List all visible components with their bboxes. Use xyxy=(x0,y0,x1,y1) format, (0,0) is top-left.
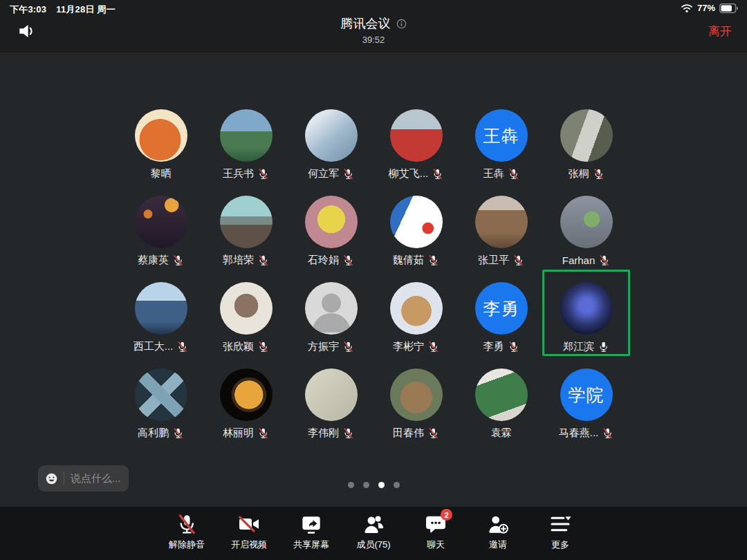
participant-tile[interactable]: 林丽明 xyxy=(203,366,288,453)
toolbar-label: 成员(75) xyxy=(356,539,390,551)
participant-tile[interactable]: 方振宇 xyxy=(288,280,374,366)
page-dot xyxy=(363,482,369,488)
participant-tile[interactable]: 高利鹏 xyxy=(118,366,203,453)
participant-name: 蔡康英 xyxy=(138,254,169,267)
avatar xyxy=(220,368,273,421)
avatar xyxy=(220,196,273,248)
meeting-title: 腾讯会议 xyxy=(341,15,391,32)
avatar xyxy=(390,109,443,162)
participant-tile[interactable]: 郭培荣 xyxy=(203,194,288,280)
participant-tile[interactable]: 张桐 xyxy=(544,107,629,194)
share-screen-icon xyxy=(300,512,322,536)
avatar xyxy=(135,282,187,335)
wifi-icon xyxy=(681,3,693,13)
participant-name: 西工大... xyxy=(133,340,174,353)
avatar-initials: 学院 xyxy=(569,386,605,404)
mic-muted-icon xyxy=(172,254,184,266)
participant-name: 李伟刚 xyxy=(308,427,339,440)
status-time: 下午3:03 xyxy=(10,3,46,16)
status-date: 11月28日 周一 xyxy=(56,3,116,16)
avatar xyxy=(220,109,273,162)
page-dot-active xyxy=(378,482,385,488)
participant-tile[interactable]: 蔡康英 xyxy=(118,194,203,280)
toolbar-label: 更多 xyxy=(551,539,569,551)
participant-tile[interactable]: 魏倩茹 xyxy=(374,194,459,280)
participant-name: 王犇 xyxy=(483,167,504,180)
info-icon[interactable] xyxy=(396,19,407,29)
avatar xyxy=(560,196,613,248)
toolbar-label: 开启视频 xyxy=(231,539,267,551)
participant-tile[interactable]: 西工大... xyxy=(118,280,203,366)
participant-tile[interactable]: Farhan xyxy=(544,194,629,280)
participant-grid: 黎晒王兵书 何立军 柳艾飞... 王犇王犇 张桐 蔡康英 郭培荣 石玲娟 魏倩茹… xyxy=(118,107,629,453)
mic-muted-icon xyxy=(432,168,443,180)
participant-tile[interactable]: 张卫平 xyxy=(459,194,544,280)
mic-muted-icon xyxy=(598,254,610,266)
participant-tile[interactable]: 学院马春燕... xyxy=(544,366,629,453)
page-dot xyxy=(348,482,354,488)
participant-tile[interactable]: 李伟刚 xyxy=(288,366,374,453)
toolbar-share-screen-button[interactable]: 共享屏幕 xyxy=(286,512,336,560)
participant-name: 郭培荣 xyxy=(223,254,254,267)
mic-muted-icon xyxy=(508,341,519,353)
participant-tile[interactable]: 李彬宁 xyxy=(374,280,459,366)
avatar xyxy=(560,282,613,335)
mic-muted-icon xyxy=(427,341,439,353)
avatar xyxy=(390,368,443,421)
avatar xyxy=(305,109,358,162)
battery-percent: 77% xyxy=(697,3,715,13)
toolbar-invite-button[interactable]: 邀请 xyxy=(473,512,523,560)
mic-muted-icon xyxy=(602,427,614,439)
participant-name: 郑江滨 xyxy=(563,340,594,353)
bottom-toolbar: 解除静音开启视频共享屏幕成员(75)2聊天邀请更多 xyxy=(0,507,747,560)
toolbar-label: 共享屏幕 xyxy=(293,539,329,551)
chat-icon: 2 xyxy=(425,512,447,536)
avatar: 李勇 xyxy=(475,282,528,335)
toolbar-members-button[interactable]: 成员(75) xyxy=(349,512,398,560)
mic-muted-icon xyxy=(593,168,605,180)
participant-name: Farhan xyxy=(562,254,596,266)
toolbar-start-video-button[interactable]: 开启视频 xyxy=(224,512,274,560)
participant-tile[interactable]: 袁霖 xyxy=(459,366,544,453)
participant-tile[interactable]: 何立军 xyxy=(288,107,374,194)
toolbar-label: 邀请 xyxy=(489,539,507,551)
participant-tile[interactable]: 王犇王犇 xyxy=(459,107,544,194)
avatar-initials: 王犇 xyxy=(483,127,519,144)
unread-badge: 2 xyxy=(441,509,452,521)
participant-name: 魏倩茹 xyxy=(393,254,424,267)
participant-tile[interactable]: 王兵书 xyxy=(203,107,288,194)
page-indicator xyxy=(0,482,747,488)
participant-tile[interactable]: 柳艾飞... xyxy=(374,107,459,194)
status-time-date: 下午3:03 11月28日 周一 xyxy=(10,3,116,16)
camera-off-icon xyxy=(238,512,260,536)
battery-icon xyxy=(719,3,739,13)
avatar xyxy=(220,282,273,335)
avatar: 王犇 xyxy=(475,109,528,162)
toolbar-more-button[interactable]: 更多 xyxy=(535,512,585,560)
toolbar-chat-button[interactable]: 2聊天 xyxy=(411,512,461,560)
participant-tile[interactable]: 李勇李勇 xyxy=(459,280,544,366)
avatar xyxy=(560,109,613,162)
toolbar-unmute-button[interactable]: 解除静音 xyxy=(162,512,212,560)
participant-name: 柳艾飞... xyxy=(389,167,429,180)
leave-button[interactable]: 离开 xyxy=(708,24,732,39)
participant-tile[interactable]: 黎晒 xyxy=(118,107,203,194)
avatar xyxy=(390,282,443,335)
participant-tile[interactable]: 郑江滨 xyxy=(544,280,629,366)
mic-muted-icon xyxy=(257,427,269,439)
avatar xyxy=(305,368,358,421)
participant-tile[interactable]: 石玲娟 xyxy=(288,194,374,280)
mic-muted-icon xyxy=(257,168,269,180)
mic-muted-icon xyxy=(427,254,439,266)
participant-tile[interactable]: 田春伟 xyxy=(374,366,459,453)
mic-muted-icon xyxy=(342,254,354,266)
participant-name: 何立军 xyxy=(308,167,339,180)
participant-tile[interactable]: 张欣颖 xyxy=(203,280,288,366)
participant-name: 高利鹏 xyxy=(138,427,169,440)
avatar xyxy=(135,196,187,248)
page-dot xyxy=(394,482,400,488)
participant-name: 张卫平 xyxy=(478,254,509,267)
avatar xyxy=(475,368,528,421)
avatar-initials: 李勇 xyxy=(483,300,519,317)
participant-name: 张欣颖 xyxy=(223,340,254,353)
